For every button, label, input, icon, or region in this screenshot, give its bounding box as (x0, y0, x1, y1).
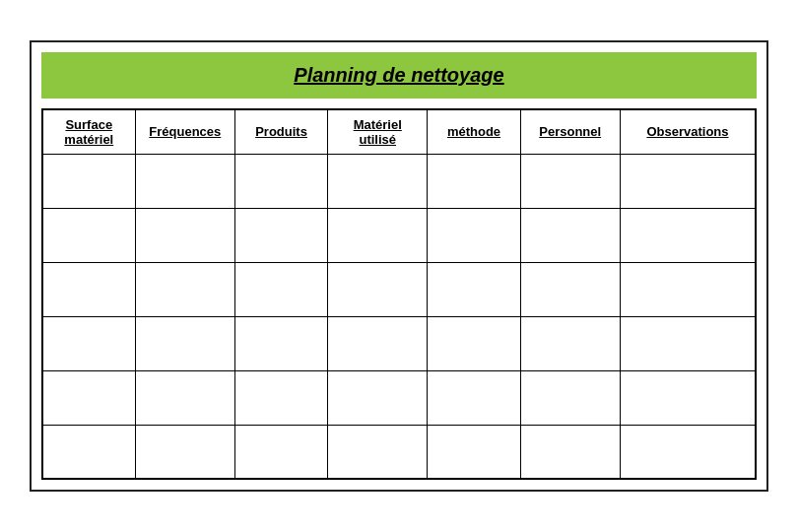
cell-r5-c3 (328, 425, 428, 479)
cell-r4-c1 (135, 370, 234, 425)
cell-r4-c3 (328, 370, 428, 425)
table-row (42, 316, 756, 370)
table-wrapper: Surface matériel Fréquences Produits Mat… (32, 108, 766, 490)
cell-r1-c1 (135, 208, 234, 262)
table-row (42, 154, 756, 208)
cell-r1-c5 (520, 208, 620, 262)
cell-r3-c4 (428, 316, 520, 370)
cell-r0-c0 (42, 154, 135, 208)
col-header-produits: Produits (234, 109, 327, 154)
cell-r3-c6 (620, 316, 756, 370)
cell-r3-c3 (328, 316, 428, 370)
cell-r4-c0 (42, 370, 135, 425)
cell-r2-c4 (428, 262, 520, 316)
cell-r1-c4 (428, 208, 520, 262)
cell-r3-c1 (135, 316, 234, 370)
cell-r3-c2 (234, 316, 327, 370)
col-header-materiel: Matériel utilisé (328, 109, 428, 154)
cell-r2-c6 (620, 262, 756, 316)
cell-r5-c2 (234, 425, 327, 479)
cell-r5-c1 (135, 425, 234, 479)
cell-r5-c0 (42, 425, 135, 479)
cell-r5-c5 (520, 425, 620, 479)
cell-r2-c3 (328, 262, 428, 316)
col-header-personnel: Personnel (520, 109, 620, 154)
cell-r0-c2 (234, 154, 327, 208)
table-header-row: Surface matériel Fréquences Produits Mat… (42, 109, 756, 154)
col-header-methode: méthode (428, 109, 520, 154)
cell-r5-c6 (620, 425, 756, 479)
col-header-surface: Surface matériel (42, 109, 135, 154)
cell-r3-c5 (520, 316, 620, 370)
table-row (42, 262, 756, 316)
col-header-frequences: Fréquences (135, 109, 234, 154)
cell-r4-c6 (620, 370, 756, 425)
cell-r1-c2 (234, 208, 327, 262)
table-body (42, 154, 756, 479)
cell-r1-c3 (328, 208, 428, 262)
cell-r2-c1 (135, 262, 234, 316)
planning-table: Surface matériel Fréquences Produits Mat… (41, 108, 757, 480)
cell-r2-c2 (234, 262, 327, 316)
cell-r3-c0 (42, 316, 135, 370)
page-container: Planning de nettoyage Surface matériel F… (30, 40, 768, 492)
cell-r0-c6 (620, 154, 756, 208)
col-header-observations: Observations (620, 109, 756, 154)
cell-r0-c5 (520, 154, 620, 208)
cell-r2-c0 (42, 262, 135, 316)
cell-r0-c4 (428, 154, 520, 208)
cell-r0-c1 (135, 154, 234, 208)
cell-r5-c4 (428, 425, 520, 479)
page-title: Planning de nettoyage (294, 64, 503, 86)
table-row (42, 208, 756, 262)
table-row (42, 370, 756, 425)
cell-r1-c6 (620, 208, 756, 262)
cell-r4-c2 (234, 370, 327, 425)
table-row (42, 425, 756, 479)
cell-r0-c3 (328, 154, 428, 208)
cell-r1-c0 (42, 208, 135, 262)
cell-r4-c5 (520, 370, 620, 425)
cell-r4-c4 (428, 370, 520, 425)
title-bar: Planning de nettoyage (41, 52, 757, 99)
cell-r2-c5 (520, 262, 620, 316)
